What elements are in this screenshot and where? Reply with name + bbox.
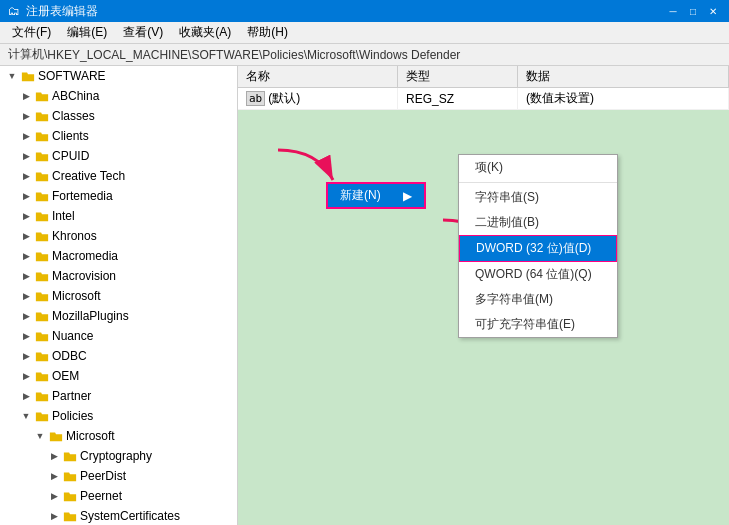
window-title: 注册表编辑器	[26, 3, 98, 20]
submenu-divider-1	[459, 182, 617, 183]
expand-icon-abchina: ▶	[18, 88, 34, 104]
tree-label-peernet: Peernet	[80, 489, 237, 503]
tree-label-policies: Policies	[52, 409, 237, 423]
expand-icon-odbc: ▶	[18, 348, 34, 364]
submenu-item-qword[interactable]: QWORD (64 位值)(Q)	[459, 262, 617, 287]
folder-icon-peerdist	[62, 468, 78, 484]
folder-icon-macromedia	[34, 248, 50, 264]
expand-icon-software: ▼	[4, 68, 20, 84]
tree-item-mozillaplugins[interactable]: ▶ MozillaPlugins	[0, 306, 237, 326]
tree-item-partner[interactable]: ▶ Partner	[0, 386, 237, 406]
submenu-item-multistr[interactable]: 多字符串值(M)	[459, 287, 617, 312]
menu-view[interactable]: 查看(V)	[115, 22, 171, 43]
tree-label-microsoft: Microsoft	[52, 289, 237, 303]
tree-item-microsoft[interactable]: ▶ Microsoft	[0, 286, 237, 306]
table-header-row: 名称 类型 数据	[238, 66, 729, 88]
menu-edit[interactable]: 编辑(E)	[59, 22, 115, 43]
folder-icon-microsoft	[34, 288, 50, 304]
submenu-item-dword[interactable]: DWORD (32 位)值(D)	[459, 235, 617, 262]
tree-item-abchina[interactable]: ▶ ABChina	[0, 86, 237, 106]
folder-icon-software	[20, 68, 36, 84]
submenu-item-binval[interactable]: 二进制值(B)	[459, 210, 617, 235]
tree-item-cryptography[interactable]: ▶ Cryptography	[0, 446, 237, 466]
tree-label-systemcertificates: SystemCertificates	[80, 509, 237, 523]
folder-icon-oem	[34, 368, 50, 384]
folder-icon-cpuid	[34, 148, 50, 164]
tree-item-macromedia[interactable]: ▶ Macromedia	[0, 246, 237, 266]
expand-icon-oem: ▶	[18, 368, 34, 384]
reg-data-cell: (数值未设置)	[518, 88, 729, 109]
tree-label-khronos: Khronos	[52, 229, 237, 243]
tree-item-policies[interactable]: ▼ Policies	[0, 406, 237, 426]
folder-icon-khronos	[34, 228, 50, 244]
folder-icon-systemcertificates	[62, 508, 78, 524]
tree-item-oem[interactable]: ▶ OEM	[0, 366, 237, 386]
reg-name-value: (默认)	[268, 90, 300, 107]
folder-icon-creativetech	[34, 168, 50, 184]
tree-item-classes[interactable]: ▶ Classes	[0, 106, 237, 126]
folder-icon-intel	[34, 208, 50, 224]
folder-icon-cryptography	[62, 448, 78, 464]
expand-icon-partner: ▶	[18, 388, 34, 404]
tree-label-clients: Clients	[52, 129, 237, 143]
tree-item-peernet[interactable]: ▶ Peernet	[0, 486, 237, 506]
tree-label-software: SOFTWARE	[38, 69, 237, 83]
tree-item-systemcertificates[interactable]: ▶ SystemCertificates	[0, 506, 237, 525]
tree-label-partner: Partner	[52, 389, 237, 403]
folder-icon-clients	[34, 128, 50, 144]
expand-icon-systemcertificates: ▶	[46, 508, 62, 524]
tree-item-intel[interactable]: ▶ Intel	[0, 206, 237, 226]
expand-icon-classes: ▶	[18, 108, 34, 124]
submenu-item-key[interactable]: 项(K)	[459, 155, 617, 180]
close-button[interactable]: ✕	[705, 3, 721, 19]
new-menu-button[interactable]: 新建(N) ▶	[326, 182, 426, 209]
tree-item-macrovision[interactable]: ▶ Macrovision	[0, 266, 237, 286]
tree-item-khronos[interactable]: ▶ Khronos	[0, 226, 237, 246]
tree-label-abchina: ABChina	[52, 89, 237, 103]
col-header-name: 名称	[238, 66, 398, 87]
tree-label-peerdist: PeerDist	[80, 469, 237, 483]
registry-table-area: 名称 类型 数据 ab (默认) REG_SZ (数值未设置)	[238, 66, 729, 110]
tree-label-fortemedia: Fortemedia	[52, 189, 237, 203]
menu-favorites[interactable]: 收藏夹(A)	[171, 22, 239, 43]
expand-icon-policies-microsoft: ▼	[32, 428, 48, 444]
tree-item-creativetech[interactable]: ▶ Creative Tech	[0, 166, 237, 186]
new-menu-label: 新建(N)	[340, 187, 381, 204]
title-bar: 🗂 注册表编辑器 ─ □ ✕	[0, 0, 729, 22]
address-path: HKEY_LOCAL_MACHINE\SOFTWARE\Policies\Mic…	[47, 48, 460, 62]
tree-label-mozillaplugins: MozillaPlugins	[52, 309, 237, 323]
expand-icon-macrovision: ▶	[18, 268, 34, 284]
tree-label-cryptography: Cryptography	[80, 449, 237, 463]
tree-item-peerdist[interactable]: ▶ PeerDist	[0, 466, 237, 486]
tree-item-policies-microsoft[interactable]: ▼ Microsoft	[0, 426, 237, 446]
tree-label-cpuid: CPUID	[52, 149, 237, 163]
folder-icon-odbc	[34, 348, 50, 364]
expand-icon-macromedia: ▶	[18, 248, 34, 264]
folder-icon-fortemedia	[34, 188, 50, 204]
expand-icon-cpuid: ▶	[18, 148, 34, 164]
tree-label-oem: OEM	[52, 369, 237, 383]
address-prefix: 计算机\	[8, 46, 47, 63]
tree-panel[interactable]: ▼ SOFTWARE ▶ ABChina ▶ Classes ▶	[0, 66, 238, 525]
submenu-item-expandstr[interactable]: 可扩充字符串值(E)	[459, 312, 617, 337]
registry-row[interactable]: ab (默认) REG_SZ (数值未设置)	[238, 88, 729, 110]
context-menu-area: 新建(N) ▶ 项(K) 字符串值(S) 二进制值(B) DWORD (32 位…	[238, 110, 729, 525]
folder-icon-classes	[34, 108, 50, 124]
tree-item-software[interactable]: ▼ SOFTWARE	[0, 66, 237, 86]
expand-icon-peerdist: ▶	[46, 468, 62, 484]
menu-help[interactable]: 帮助(H)	[239, 22, 296, 43]
tree-item-nuance[interactable]: ▶ Nuance	[0, 326, 237, 346]
reg-name-cell: ab (默认)	[238, 88, 398, 109]
tree-label-intel: Intel	[52, 209, 237, 223]
tree-item-cpuid[interactable]: ▶ CPUID	[0, 146, 237, 166]
expand-icon-clients: ▶	[18, 128, 34, 144]
minimize-button[interactable]: ─	[665, 3, 681, 19]
submenu-popup: 项(K) 字符串值(S) 二进制值(B) DWORD (32 位)值(D) QW…	[458, 154, 618, 338]
tree-item-fortemedia[interactable]: ▶ Fortemedia	[0, 186, 237, 206]
expand-icon-mozillaplugins: ▶	[18, 308, 34, 324]
tree-item-odbc[interactable]: ▶ ODBC	[0, 346, 237, 366]
submenu-item-strval[interactable]: 字符串值(S)	[459, 185, 617, 210]
tree-item-clients[interactable]: ▶ Clients	[0, 126, 237, 146]
menu-file[interactable]: 文件(F)	[4, 22, 59, 43]
maximize-button[interactable]: □	[685, 3, 701, 19]
